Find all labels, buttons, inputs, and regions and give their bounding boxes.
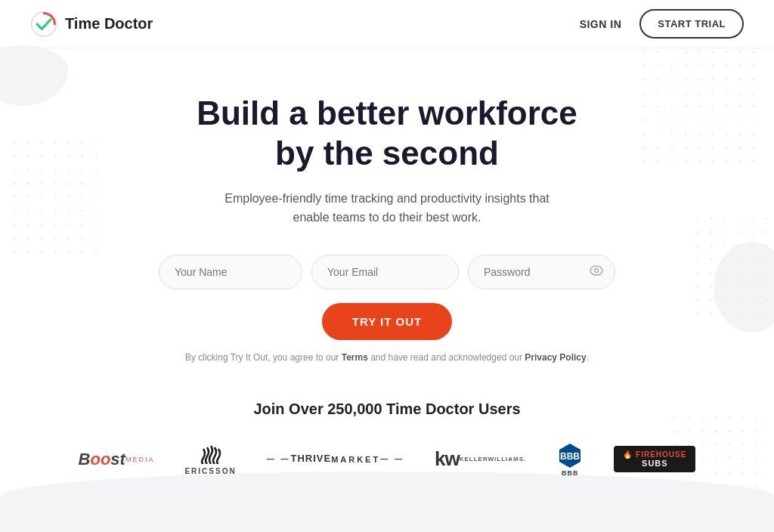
terms-post: .: [587, 352, 589, 363]
logos-row: BoostMEDIA ERICSSON — — THRIVE MARKET — …: [79, 442, 696, 477]
logos-section: Join Over 250,000 Time Doctor Users Boos…: [79, 401, 696, 477]
ericsson-logo: ERICSSON: [184, 443, 236, 475]
hero-title: Build a better workforce by the second: [197, 94, 577, 174]
logo-text: Time Doctor: [65, 15, 153, 32]
password-wrapper: [468, 255, 615, 289]
bbb-icon-svg: BBB: [556, 442, 584, 469]
password-input[interactable]: [468, 255, 615, 289]
thrive-dash-top: — —: [267, 454, 291, 464]
keller-williams-logo: kw KELLERWILLIAMS.: [435, 447, 526, 471]
start-trial-button[interactable]: START TRIAL: [639, 9, 744, 39]
main-content: Build a better workforce by the second E…: [0, 48, 774, 477]
hero-title-line1: Build a better workforce: [197, 94, 577, 131]
signup-form-row: [159, 255, 615, 289]
kw-letters: kw: [435, 447, 460, 471]
logo-link[interactable]: Time Doctor: [30, 11, 153, 38]
nav-right: SIGN IN START TRIAL: [580, 9, 744, 39]
hero-title-line2: by the second: [275, 135, 499, 172]
thrive-dash-bottom: — —: [380, 454, 404, 464]
decorative-blob-bottom: [0, 472, 774, 532]
email-input[interactable]: [311, 255, 459, 289]
try-it-out-button[interactable]: TRY IT OUT: [322, 303, 453, 340]
firehouse-subs-text: SUBS: [623, 459, 686, 468]
kw-full-name: KELLERWILLIAMS.: [460, 456, 527, 462]
boost-media-logo: BoostMEDIA: [79, 450, 155, 469]
name-input[interactable]: [159, 255, 302, 289]
svg-text:BBB: BBB: [560, 451, 580, 462]
navbar: Time Doctor SIGN IN START TRIAL: [0, 0, 774, 48]
terms-mid: and have read and acknowledged our: [368, 352, 525, 363]
thrive-market-logo: — — THRIVE MARKET — —: [267, 453, 404, 466]
terms-pre: By clicking Try It Out, you agree to our: [185, 352, 342, 363]
privacy-link[interactable]: Privacy Policy: [525, 352, 586, 363]
thrive-name: THRIVE: [290, 453, 331, 466]
signin-link[interactable]: SIGN IN: [580, 18, 622, 30]
ericsson-waves-icon: [197, 443, 224, 464]
firehouse-logo-box: 🔥 FIREHOUSE SUBS: [614, 446, 695, 472]
firehouse-fire-text: 🔥 FIREHOUSE: [623, 450, 686, 459]
hero-subtitle: Employee-friendly time tracking and prod…: [224, 189, 550, 227]
logos-title: Join Over 250,000 Time Doctor Users: [79, 401, 696, 418]
terms-text: By clicking Try It Out, you agree to our…: [185, 352, 589, 363]
bbb-text: BBB: [562, 469, 579, 477]
bbb-logo: BBB BBB: [556, 442, 584, 477]
thrive-market-text: MARKET: [331, 454, 380, 465]
logo-icon: [30, 11, 57, 38]
ericsson-text: ERICSSON: [184, 467, 236, 475]
terms-link[interactable]: Terms: [342, 352, 368, 363]
svg-point-0: [32, 11, 56, 36]
firehouse-subs-logo: 🔥 FIREHOUSE SUBS: [614, 446, 695, 472]
